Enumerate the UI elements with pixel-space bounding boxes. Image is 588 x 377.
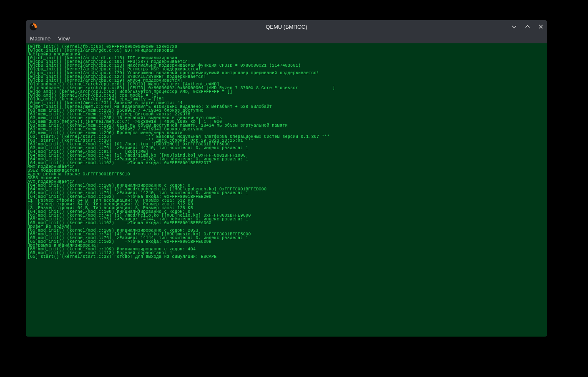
menu-machine[interactable]: Machine (30, 35, 50, 42)
menubar: Machine View (26, 33, 547, 43)
window-title: QEMU (БМПОС) (266, 24, 307, 30)
titlebar[interactable]: QEMU (БМПОС) (26, 20, 547, 33)
qemu-icon (29, 22, 38, 31)
svg-point-1 (32, 25, 33, 26)
close-button[interactable] (537, 23, 545, 30)
minimize-button[interactable] (510, 23, 518, 30)
qemu-window: QEMU (БМПОС) Machine View [0]fb_init() (… (26, 20, 547, 337)
window-controls (510, 20, 545, 33)
maximize-button[interactable] (524, 23, 531, 30)
console-output: [0]fb_init() (kernel/fb.c:66) 0xFFFF8000… (26, 43, 547, 337)
menu-view[interactable]: View (58, 35, 70, 42)
